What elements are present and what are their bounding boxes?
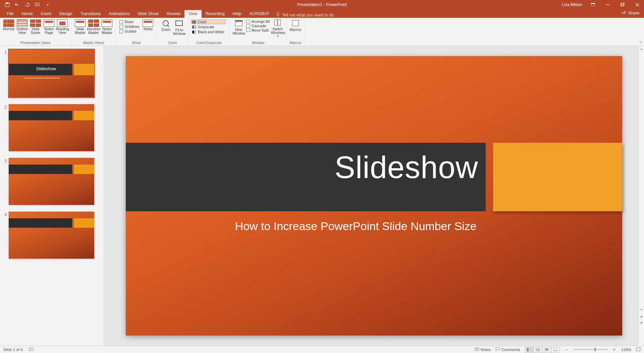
- svg-rect-20: [538, 348, 540, 349]
- normal-view-icon[interactable]: [525, 347, 534, 353]
- guides-checkbox[interactable]: Guides: [119, 29, 139, 33]
- thumbnail-number: 4: [3, 212, 9, 217]
- tell-me[interactable]: [276, 12, 342, 18]
- previous-slide-icon[interactable]: ⬘: [639, 314, 644, 320]
- tab-design[interactable]: Design: [55, 10, 76, 18]
- svg-rect-21: [536, 350, 538, 351]
- group-macros: Macros Macros: [287, 18, 305, 46]
- comments-toggle[interactable]: Comments: [495, 347, 520, 352]
- zoom-button[interactable]: Zoom: [159, 18, 172, 32]
- arrange-all-button[interactable]: Arrange All: [246, 19, 270, 24]
- slide-sorter-button[interactable]: Slide Sorter: [29, 18, 42, 35]
- macros-button[interactable]: Macros: [289, 18, 302, 32]
- group-label-show: Show: [118, 41, 155, 46]
- tab-home[interactable]: Home: [17, 10, 37, 18]
- outline-label: Outline View: [15, 27, 29, 35]
- undo-icon[interactable]: [15, 2, 20, 7]
- switch-windows-button[interactable]: Switch Windows▾: [271, 18, 284, 38]
- slide-thumbnails-panel[interactable]: 1 Slideshow How to Increase PowerPoint S…: [0, 46, 104, 346]
- new-window-button[interactable]: New Window: [232, 18, 246, 35]
- slide-subtitle[interactable]: How to Increase PowerPoint Slide Number …: [235, 220, 477, 233]
- slide-master-button[interactable]: Slide Master: [73, 18, 87, 35]
- slide-position[interactable]: Slide 1 of 4: [3, 348, 23, 352]
- maximize-icon[interactable]: [619, 1, 627, 9]
- tab-file[interactable]: File: [3, 10, 17, 18]
- grayscale-button[interactable]: Grayscale: [191, 25, 225, 29]
- scroll-down-icon[interactable]: ▾: [639, 307, 644, 313]
- bw-label: Black and White: [198, 30, 224, 34]
- next-slide-icon[interactable]: ⬙: [639, 320, 644, 325]
- notes-page-button[interactable]: Notes Page: [42, 18, 56, 35]
- window-title: Presentation2 - PowerPoint: [297, 2, 346, 7]
- slide-thumbnail-2[interactable]: [9, 104, 94, 151]
- tab-recording[interactable]: Recording: [202, 10, 229, 18]
- handout-master-button[interactable]: Handout Master: [87, 18, 100, 35]
- slide-editor-area[interactable]: Slideshow How to Increase PowerPoint Sli…: [104, 46, 644, 346]
- collapse-ribbon-icon[interactable]: ʌ: [640, 18, 644, 46]
- outline-view-button[interactable]: Outline View: [15, 18, 29, 35]
- slide-thumbnail-3[interactable]: [9, 158, 94, 205]
- tab-review[interactable]: Review: [163, 10, 184, 18]
- notes-master-button[interactable]: Notes Master: [100, 18, 114, 35]
- zoom-percent[interactable]: 116%: [622, 348, 631, 352]
- svg-rect-24: [545, 349, 548, 350]
- svg-rect-7: [622, 3, 624, 5]
- color-button[interactable]: Color: [191, 19, 225, 24]
- slide-orange-bar: [493, 143, 622, 211]
- ruler-checkbox[interactable]: Ruler: [119, 20, 139, 24]
- tab-view[interactable]: View: [184, 10, 202, 18]
- move-split-button[interactable]: Move Split: [246, 28, 270, 32]
- black-and-white-button[interactable]: Black and White: [191, 30, 225, 34]
- slide-thumbnail-4[interactable]: [9, 212, 94, 259]
- share-button[interactable]: Share: [622, 10, 639, 15]
- tab-animations[interactable]: Animations: [105, 10, 133, 18]
- notes-button[interactable]: Notes: [141, 18, 155, 31]
- thumb-subtitle: How to Increase PowerPoint Slide Number …: [24, 77, 60, 79]
- slide-canvas[interactable]: Slideshow How to Increase PowerPoint Sli…: [126, 56, 622, 336]
- reading-view-icon[interactable]: [542, 347, 551, 353]
- slide-thumbnail-1[interactable]: Slideshow How to Increase PowerPoint Sli…: [9, 49, 94, 97]
- fit-to-window-button[interactable]: Fit to Window: [172, 18, 186, 36]
- spell-check-icon[interactable]: [29, 347, 34, 352]
- qat-customize-icon[interactable]: ▾: [45, 2, 50, 7]
- zoom-label: Zoom: [159, 28, 172, 32]
- thumbnail-number: 3: [3, 158, 9, 163]
- minimize-icon[interactable]: [604, 1, 612, 9]
- normal-label: Normal: [2, 27, 15, 31]
- app-name: PowerPoint: [326, 2, 346, 7]
- document-title: Presentation2: [297, 2, 322, 7]
- tab-insert[interactable]: Insert: [37, 10, 55, 18]
- scroll-up-icon[interactable]: ▴: [639, 46, 644, 52]
- redo-icon[interactable]: [25, 2, 30, 7]
- notes-icon: [475, 347, 479, 352]
- zoom-in-button[interactable]: +: [612, 347, 617, 352]
- tell-me-input[interactable]: [282, 13, 342, 17]
- slideshow-view-icon[interactable]: [551, 347, 560, 353]
- cascade-button[interactable]: Cascade: [246, 24, 270, 28]
- save-icon[interactable]: [5, 2, 10, 7]
- reading-view-button[interactable]: Reading View: [56, 18, 69, 35]
- tab-help[interactable]: Help: [229, 10, 246, 18]
- fit-to-window-icon[interactable]: [636, 347, 641, 352]
- comments-status-label: Comments: [501, 348, 520, 352]
- normal-button[interactable]: Normal: [2, 18, 15, 31]
- notes-master-label: Notes Master: [100, 27, 114, 35]
- ribbon-display-options-icon[interactable]: [589, 1, 597, 9]
- vertical-scrollbar[interactable]: ▴ ▾ ⬘ ⬙: [638, 46, 644, 346]
- close-icon[interactable]: [633, 1, 641, 9]
- tab-acrobat[interactable]: ACROBAT: [245, 10, 273, 18]
- svg-point-10: [277, 12, 279, 15]
- group-label-window: Window: [232, 41, 284, 46]
- slide-sorter-view-icon[interactable]: [534, 347, 542, 353]
- tab-slide-show[interactable]: Slide Show: [133, 10, 163, 18]
- start-from-beginning-icon[interactable]: [35, 2, 40, 7]
- notes-toggle[interactable]: Notes: [475, 347, 491, 352]
- svg-rect-25: [553, 348, 558, 351]
- tab-transitions[interactable]: Transitions: [76, 10, 105, 18]
- zoom-out-button[interactable]: −: [565, 347, 569, 352]
- group-label-macros: Macros: [289, 41, 302, 46]
- slide-title[interactable]: Slideshow: [334, 150, 478, 185]
- zoom-slider[interactable]: [574, 349, 607, 350]
- user-name[interactable]: Lisa Mildon: [562, 2, 582, 7]
- gridlines-checkbox[interactable]: Gridlines: [119, 25, 139, 29]
